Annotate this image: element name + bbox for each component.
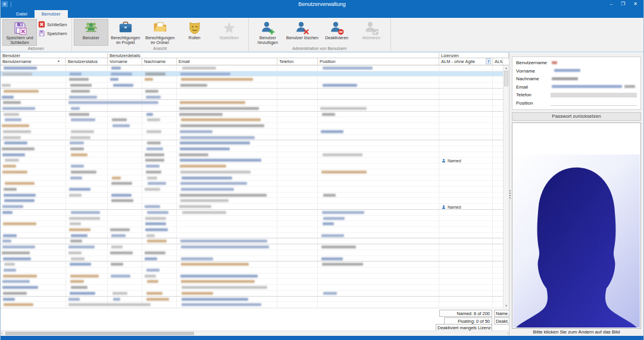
table-row[interactable] [1,100,503,106]
mask-icon [187,21,202,35]
table-row[interactable] [1,238,503,244]
ribbon-button-berechtigungen-im-projekt[interactable]: Berechtigungen im Projekt [108,19,143,46]
vertical-scrollbar[interactable]: ▲ ▼ [503,65,509,308]
table-row[interactable] [1,285,503,291]
tab-datei[interactable]: Datei [9,10,35,18]
column-header-benutzerstatus[interactable]: Benutzerstatus [66,58,108,65]
user-photo-silhouette-icon [513,155,640,328]
table-row[interactable] [1,256,503,262]
table-row[interactable] [1,77,503,83]
table-row[interactable] [1,129,503,135]
table-row[interactable] [1,135,503,141]
table-row[interactable] [1,117,503,123]
table-row[interactable] [1,123,503,129]
ribbon-button-benutzer-hinzuf-gen[interactable]: Benutzer hinzufügen [251,19,285,46]
redacted-text [70,280,84,283]
grid-body[interactable]: ▲ ▼ NamedNamed [1,65,509,308]
column-header-alm-ohne-agile[interactable]: ALM - ohne Agile? [439,58,493,65]
table-row[interactable] [1,89,503,95]
redacted-text [321,234,343,237]
redacted-text [4,303,34,306]
table-row[interactable] [1,210,503,216]
table-row[interactable] [1,163,503,169]
column-header-email[interactable]: Email [177,58,277,65]
scroll-down-icon[interactable]: ▼ [504,304,509,307]
redacted-text [2,286,38,289]
table-row[interactable] [1,193,503,199]
field-value-telefon[interactable] [551,93,637,97]
table-row[interactable] [1,273,503,279]
user-photo[interactable] [512,122,641,329]
ribbon-button-deaktivieren[interactable]: Deaktivieren [320,19,354,46]
redacted-text [68,298,80,301]
table-row[interactable] [1,187,503,193]
table-row[interactable] [1,244,503,250]
table-row[interactable] [1,95,503,100]
table-row[interactable] [1,227,503,233]
table-row[interactable] [1,169,503,175]
table-row[interactable] [1,302,503,308]
scroll-right-icon[interactable]: › [507,331,508,335]
table-row[interactable] [1,221,503,227]
table-row[interactable] [1,146,503,152]
table-row[interactable] [1,152,503,158]
column-header-benutzername[interactable]: Benutzername▲ [1,58,66,65]
ribbon-button-benutzer[interactable]: Benutzer [74,19,108,46]
column-header-nachname[interactable]: Nachname [142,58,177,65]
field-label-email: Email [516,84,551,90]
restore-button[interactable]: ❐ [621,0,625,8]
table-row[interactable]: Named [1,204,503,210]
table-row[interactable] [1,198,503,204]
redacted-text [69,194,81,197]
field-value-benutzername[interactable] [551,60,637,66]
horizontal-scrollbar[interactable]: ‹ › [1,330,509,336]
user-add-icon [261,21,275,35]
table-row[interactable]: Named [1,158,503,163]
field-value-vorname[interactable] [551,68,637,74]
table-row[interactable] [1,250,503,256]
table-row[interactable] [1,267,503,273]
table-row[interactable] [1,297,503,303]
column-header-vorname[interactable]: Vorname [108,58,142,65]
field-label-benutzername: Benutzername [516,60,551,65]
table-row[interactable] [1,112,503,118]
window-title: Benutzerverwaltung [1,1,643,7]
ribbon-button-speichern[interactable]: Speichern [38,30,67,37]
table-row[interactable] [1,181,503,187]
table-row[interactable] [1,106,503,112]
horizontal-scroll-thumb[interactable] [5,332,194,335]
vertical-scroll-thumb[interactable] [504,71,508,86]
tab-benutzer[interactable]: Benutzer [35,10,68,18]
scroll-left-icon[interactable]: ‹ [1,331,2,335]
table-row[interactable] [1,71,503,77]
field-value-nachname[interactable] [551,76,637,82]
table-row[interactable] [1,262,503,267]
ribbon-button-benutzer-l-schen[interactable]: Benutzer löschen [285,19,320,46]
column-header-alm-ohne[interactable]: ALM- ohne [493,58,503,65]
ribbon-button-speichern-und-schlie-en[interactable]: Speichern und Schließen [2,19,37,46]
table-row[interactable] [1,291,503,297]
table-row[interactable] [1,279,503,285]
scroll-up-icon[interactable]: ▲ [504,66,509,70]
reset-password-button[interactable]: Passwort zurücksetzen [512,112,641,121]
table-row[interactable] [1,175,503,181]
ribbon-button-schlie-en[interactable]: Schließen [38,21,67,28]
redacted-text [145,90,158,93]
pane-splitter[interactable] [509,190,511,199]
column-header-telefon[interactable]: Telefon [277,58,318,65]
minimize-button[interactable]: – [610,0,612,8]
close-button[interactable]: ✕ [633,0,637,8]
field-value-position[interactable] [551,100,637,106]
table-row[interactable] [1,65,503,71]
table-row[interactable] [1,83,503,89]
ribbon-button-rollen[interactable]: Rollen [177,19,212,46]
field-value-email[interactable] [551,84,637,90]
redacted-text [182,292,213,295]
ribbon-button-berechtigungen-im-ordner[interactable]: Berechtigungen im Ordner [143,19,177,46]
table-row[interactable] [1,140,503,146]
license-help-icon[interactable]: ? [486,58,491,64]
redacted-text [111,73,132,75]
table-row[interactable] [1,233,503,239]
table-row[interactable] [1,216,503,222]
column-header-position[interactable]: Position [318,58,439,65]
